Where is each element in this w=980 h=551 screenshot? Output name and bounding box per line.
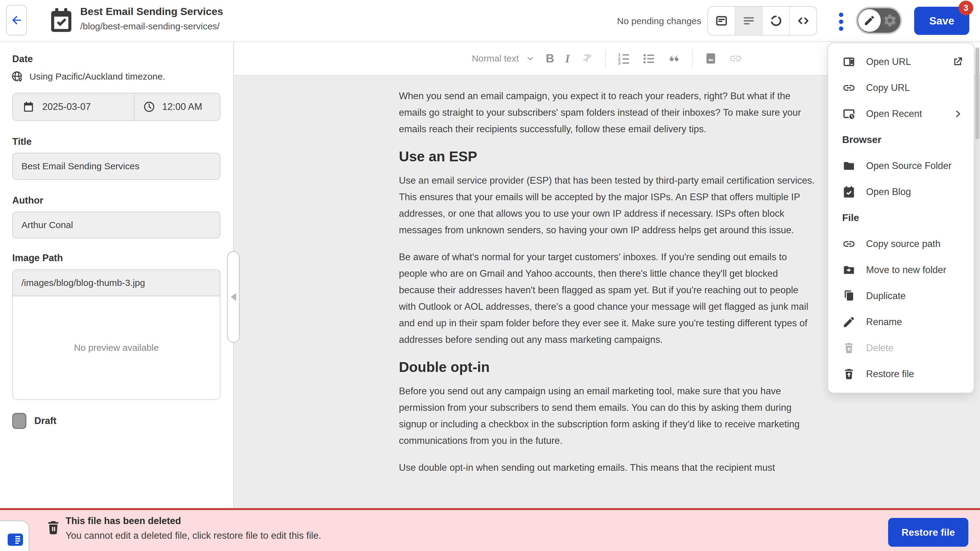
- banner-text-block: This file has been deleted You cannot ed…: [65, 516, 321, 541]
- no-preview-text: No preview available: [74, 343, 159, 353]
- date-input[interactable]: 2025-03-07: [13, 94, 134, 120]
- italic-button[interactable]: I: [565, 52, 570, 65]
- image-path-field-label: Image Path: [12, 252, 63, 264]
- article-paragraph: Use an email service provider (ESP) that…: [399, 172, 816, 238]
- svg-text:3: 3: [618, 61, 621, 65]
- insert-link-button-disabled: [729, 52, 742, 65]
- page-title: Best Email Sending Services: [80, 5, 223, 17]
- menu-item-delete-disabled: Delete: [828, 335, 974, 361]
- numbered-list-button[interactable]: 1 2 3: [617, 51, 631, 65]
- menu-item-label: Open URL: [866, 56, 942, 67]
- article-body[interactable]: When you send an email campaign, you exp…: [399, 88, 816, 476]
- calendar-check-icon: [842, 185, 856, 198]
- content-editor-view-button[interactable]: [735, 7, 762, 35]
- save-badge: 3: [959, 1, 973, 15]
- author-field-value: Arthur Conal: [21, 220, 73, 230]
- blockquote-button[interactable]: [667, 51, 681, 65]
- date-field-label: Date: [12, 54, 33, 65]
- edit-settings-mode-toggle[interactable]: [856, 7, 902, 34]
- draft-checkbox[interactable]: [12, 413, 26, 429]
- restore-file-button[interactable]: Restore file: [888, 518, 968, 547]
- menu-item-copy-source-path[interactable]: Copy source path: [828, 231, 974, 257]
- timezone-note-text: Using Pacific/Auckland timezone.: [29, 71, 165, 82]
- folder-move-icon: [842, 263, 856, 277]
- menu-item-label: Delete: [866, 343, 964, 354]
- article-paragraph: Before you send out any campaign using a…: [399, 383, 816, 449]
- menu-item-move-to-new-folder[interactable]: Move to new folder: [828, 257, 974, 283]
- calendar-icon: [23, 101, 34, 113]
- menu-item-label: Copy source path: [866, 238, 964, 249]
- image-preview-box: No preview available: [12, 296, 221, 400]
- bullet-list-button[interactable]: [642, 51, 656, 65]
- menu-item-open-recent[interactable]: Open Recent: [828, 101, 974, 127]
- article-heading-optin: Double opt-in: [399, 359, 816, 375]
- sidebar-collapse-handle[interactable]: [227, 251, 240, 343]
- author-field-input[interactable]: Arthur Conal: [12, 211, 221, 238]
- clock-icon: [143, 101, 155, 113]
- menu-item-open-source-folder[interactable]: Open Source Folder: [828, 153, 974, 179]
- editor-scrollbar-thumb[interactable]: [975, 48, 979, 139]
- bold-button[interactable]: B: [546, 52, 554, 65]
- title-field-input[interactable]: Best Email Sending Services: [12, 153, 221, 180]
- folder-icon: [842, 159, 856, 173]
- more-options-kebab-button[interactable]: [835, 11, 847, 32]
- link-icon: [842, 81, 856, 95]
- file-deleted-banner: This file has been deleted You cannot ed…: [0, 508, 980, 551]
- pencil-icon: [863, 14, 875, 27]
- menu-item-label: Open Recent: [866, 108, 942, 119]
- menu-item-open-url[interactable]: Open URL: [828, 49, 974, 75]
- menu-item-label: Copy URL: [866, 83, 964, 94]
- menu-item-label: Rename: [866, 316, 964, 327]
- strikethrough-button-disabled: [581, 52, 594, 65]
- top-header: Best Email Sending Services /blog/best-e…: [0, 0, 980, 42]
- image-path-input[interactable]: /images/blog/blog-thumb-3.jpg: [12, 269, 221, 296]
- toggle-knob: [858, 9, 881, 32]
- link-icon: [842, 237, 856, 251]
- source-code-view-button[interactable]: [790, 7, 816, 35]
- article-paragraph: Use double opt-in when sending out marke…: [399, 459, 816, 476]
- restore-file-button-label: Restore file: [902, 527, 955, 538]
- menu-item-restore-file[interactable]: Restore file: [828, 361, 974, 387]
- menu-item-copy-url[interactable]: Copy URL: [828, 75, 974, 101]
- recent-window-icon: [842, 107, 856, 121]
- open-url-icon: [842, 55, 856, 68]
- title-field-label: Title: [12, 136, 32, 147]
- author-field-label: Author: [12, 195, 43, 206]
- kebab-icon: [838, 12, 844, 32]
- menu-section-file: File: [828, 205, 974, 231]
- menu-item-label: Move to new folder: [866, 265, 964, 275]
- banner-title: This file has been deleted: [65, 516, 321, 527]
- save-button-label: Save: [929, 15, 954, 27]
- restore-trash-icon: [842, 367, 856, 381]
- menu-item-label: Open Blog: [866, 186, 964, 197]
- toolbar-divider: [692, 49, 693, 68]
- article-heading-esp: Use an ESP: [399, 148, 816, 164]
- pending-changes-status: No pending changes: [600, 16, 701, 26]
- collapse-arrow-icon: [231, 293, 236, 301]
- form-editor-icon: [714, 14, 729, 28]
- insert-image-button[interactable]: [704, 51, 718, 65]
- bottom-left-panel-tab[interactable]: [0, 520, 29, 551]
- toolbar-divider: [605, 49, 606, 68]
- draft-field-row: Draft: [12, 413, 56, 429]
- menu-item-label: Open Source Folder: [866, 160, 964, 171]
- metadata-sidebar: Date Using Pacific/Auckland timezone. 20: [0, 42, 234, 508]
- time-input[interactable]: 12:00 AM: [134, 94, 220, 120]
- text-style-selector[interactable]: Normal text: [472, 53, 535, 64]
- article-paragraph: Be aware of what's normal for your targe…: [399, 249, 816, 348]
- back-button[interactable]: [6, 5, 27, 35]
- timezone-note-row: Using Pacific/Auckland timezone.: [11, 70, 165, 83]
- gear-icon: [883, 13, 897, 28]
- time-value: 12:00 AM: [162, 101, 202, 112]
- visual-editor-view-button[interactable]: [708, 7, 735, 35]
- menu-item-open-blog[interactable]: Open Blog: [828, 179, 974, 205]
- date-value: 2025-03-07: [42, 101, 91, 112]
- menu-item-label: Restore file: [866, 368, 964, 380]
- menu-item-rename[interactable]: Rename: [828, 309, 974, 335]
- menu-item-duplicate[interactable]: Duplicate: [828, 283, 974, 309]
- sync-preview-button[interactable]: [762, 7, 790, 35]
- trash-icon: [45, 519, 62, 536]
- chevron-down-icon: [525, 54, 535, 63]
- sync-preview-icon: [769, 14, 783, 28]
- menu-item-label: Duplicate: [866, 291, 964, 302]
